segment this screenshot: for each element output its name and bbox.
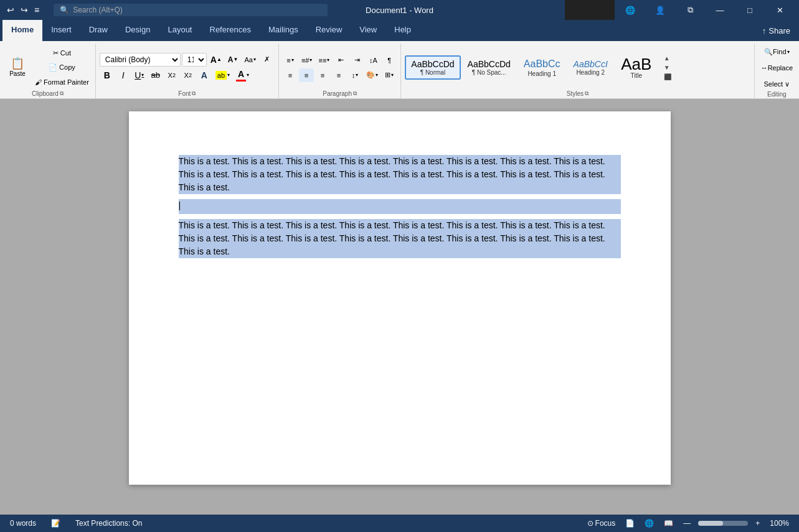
font-color-button[interactable]: A ▾ [234,68,252,83]
style-normal-preview: AaBbCcDd [411,59,454,70]
style-normal[interactable]: AaBbCcDd ¶ Normal [405,55,460,80]
globe-icon[interactable]: 🌐 [616,0,645,20]
zoom-out-button[interactable]: — [681,518,693,529]
word-count[interactable]: 0 words [7,518,39,529]
style-heading2[interactable]: AaBbCcI Heading 2 [567,55,614,80]
maximize-button[interactable]: □ [735,0,764,20]
style-title[interactable]: AaB Title [615,52,658,83]
font-expand-icon[interactable]: ⧉ [192,90,196,97]
change-case-button[interactable]: Aa▾ [242,53,258,67]
font-family-select[interactable]: Calibri (Body) [100,53,181,67]
style-title-label: Title [631,72,643,79]
grow-font-button[interactable]: A▲ [208,53,224,67]
ribbon-tab-bar: Home Insert Draw Design Layout Reference… [0,20,799,41]
cut-button[interactable]: ✂ Cut [32,47,92,60]
multilevel-list-button[interactable]: ≡≡▾ [316,54,332,67]
tab-design[interactable]: Design [116,20,159,41]
clipboard-expand-icon[interactable]: ⧉ [60,90,64,97]
zoom-slider[interactable] [698,521,748,526]
align-center-button[interactable]: ≡ [299,68,314,82]
web-layout-button[interactable]: 🌐 [642,518,656,529]
close-button[interactable]: ✕ [765,0,794,20]
clipboard-label: Clipboard [32,90,59,97]
sort-button[interactable]: ↕A [366,54,381,67]
style-heading1-label: Heading 1 [527,70,556,77]
restore-button[interactable]: ⧉ [676,0,704,20]
style-heading1[interactable]: AaBbCc Heading 1 [518,54,567,80]
strikethrough-button[interactable]: ab [148,68,163,82]
document-area[interactable]: This is a test. This is a test. This is … [0,99,799,515]
shading-button[interactable]: 🎨▾ [364,68,381,82]
account-icon[interactable]: 👤 [646,0,674,20]
zoom-in-button[interactable]: + [753,518,762,529]
quick-access-toolbar: ↩ ↪ ≡ 🔍 Search (Alt+Q) [0,4,328,16]
focus-button[interactable]: ⊙ Focus [585,518,618,529]
justify-button[interactable]: ≡ [331,68,346,82]
tab-review[interactable]: Review [307,20,351,41]
italic-button[interactable]: I [116,68,131,82]
subscript-button[interactable]: X2 [164,68,179,82]
styles-expand-icon[interactable]: ⧉ [585,90,589,97]
search-placeholder: Search (Alt+Q) [73,6,123,14]
search-icon: 🔍 [60,6,69,14]
borders-button[interactable]: ⊞▾ [382,68,397,82]
undo-button[interactable]: ↩ [5,4,16,16]
tab-draw[interactable]: Draw [80,20,116,41]
superscript-button[interactable]: X2 [181,68,196,82]
paragraph-empty[interactable]: | [179,199,621,214]
tab-home[interactable]: Home [2,20,42,41]
bold-button[interactable]: B [100,68,115,82]
replace-button[interactable]: ↔ Replace [759,61,795,75]
proofing-icon[interactable]: 📝 [49,518,63,529]
tab-layout[interactable]: Layout [159,20,201,41]
font-size-select[interactable]: 11 [182,53,207,67]
shrink-font-button[interactable]: A▼ [225,53,241,67]
copy-button[interactable]: 📄 Copy [32,61,92,75]
align-left-button[interactable]: ≡ [283,68,298,82]
paragraph-1[interactable]: This is a test. This is a test. This is … [179,155,621,194]
customize-quick-access[interactable]: ≡ [32,4,41,16]
paragraph-expand-icon[interactable]: ⧉ [353,90,357,97]
increase-indent-button[interactable]: ⇥ [349,54,364,67]
styles-scroll-up[interactable]: ▲ [663,54,672,62]
styles-expand[interactable]: ⬛ [663,73,672,81]
tab-mailings[interactable]: Mailings [260,20,307,41]
style-heading2-preview: AaBbCcI [574,59,608,70]
print-layout-button[interactable]: 📄 [623,518,637,529]
style-heading2-label: Heading 2 [576,69,605,76]
bullets-button[interactable]: ≡▾ [283,54,298,67]
highlight-color-button[interactable]: ab▾ [213,68,232,82]
redo-button[interactable]: ↪ [19,4,30,16]
tab-insert[interactable]: Insert [42,20,80,41]
title-bar: ↩ ↪ ≡ 🔍 Search (Alt+Q) Document1 - Word … [0,0,799,20]
text-effects-button[interactable]: A [197,68,212,82]
minimize-button[interactable]: — [706,0,734,20]
editing-group-label: Editing [767,91,787,98]
pilcrow-button[interactable]: ¶ [382,54,397,67]
styles-group-label: Styles [567,90,584,97]
read-mode-button[interactable]: 📖 [661,518,676,529]
find-button[interactable]: 🔍 Find ▾ [759,45,795,58]
search-bar[interactable]: 🔍 Search (Alt+Q) [54,4,328,16]
tab-help[interactable]: Help [385,20,420,41]
style-heading1-preview: AaBbCc [524,58,560,70]
align-right-button[interactable]: ≡ [315,68,330,82]
text-predictions[interactable]: Text Predictions: On [73,518,144,529]
select-button[interactable]: Select ∨ [759,77,795,91]
paragraph-2[interactable]: This is a test. This is a test. This is … [179,219,621,258]
paste-button[interactable]: 📋 Paste [4,57,31,78]
styles-scroll-down[interactable]: ▼ [663,63,672,72]
underline-button[interactable]: U▾ [132,68,147,82]
line-spacing-button[interactable]: ↕▾ [347,68,362,82]
numbering-button[interactable]: ≡#▾ [299,54,315,67]
tab-references[interactable]: References [201,20,260,41]
format-painter-button[interactable]: 🖌 Format Painter [32,75,92,89]
page[interactable]: This is a test. This is a test. This is … [129,111,671,485]
tab-view[interactable]: View [351,20,385,41]
decrease-indent-button[interactable]: ⇤ [333,54,348,67]
clear-formatting-button[interactable]: ✗ [260,53,275,67]
font-group: Calibri (Body) 11 A▲ A▼ Aa▾ ✗ B I U▾ [96,44,279,98]
style-no-spacing[interactable]: AaBbCcDd ¶ No Spac... [461,55,517,80]
share-button[interactable]: ↑ Share [754,20,799,41]
zoom-level[interactable]: 100% [767,518,792,529]
